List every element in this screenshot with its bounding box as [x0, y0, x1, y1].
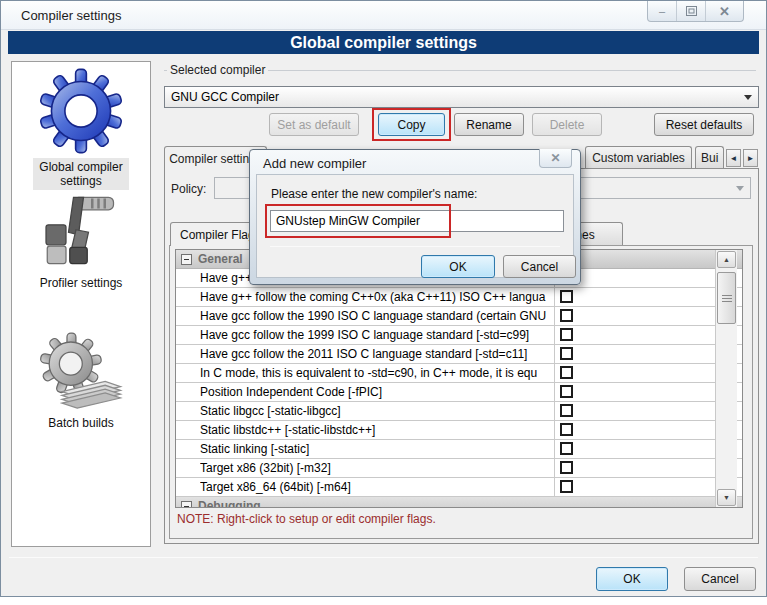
flag-label: Position Independent Code [-fPIC] — [200, 385, 724, 399]
sidebar-item-label: Profiler settings — [37, 274, 126, 292]
window-controls: – ✕ — [647, 1, 744, 22]
gray-gear-stack-icon — [39, 330, 123, 410]
flag-checkbox[interactable] — [560, 404, 573, 417]
column-divider — [554, 402, 555, 420]
column-divider — [554, 421, 555, 439]
scroll-up-icon[interactable]: ▲ — [717, 251, 736, 268]
flag-row[interactable]: Static libstdc++ [-static-libstdc++] — [176, 421, 742, 440]
set-as-default-button[interactable]: Set as default — [269, 113, 359, 136]
flag-checkbox[interactable] — [560, 347, 573, 360]
flag-checkbox[interactable] — [560, 423, 573, 436]
flag-row[interactable]: Have g++ follow the coming C++0x (aka C+… — [176, 288, 742, 307]
blue-gear-icon — [38, 68, 124, 154]
chevron-down-icon — [736, 186, 744, 191]
column-divider — [554, 459, 555, 477]
flags-scrollbar[interactable]: ▲ ▼ — [715, 250, 737, 507]
maximize-glyph — [686, 6, 697, 16]
flag-checkbox[interactable] — [560, 442, 573, 455]
selected-compiler-group-label: Selected compiler — [167, 63, 268, 77]
tab-custom-variables[interactable]: Custom variables — [585, 146, 692, 169]
column-divider — [554, 364, 555, 382]
copy-button-red-highlight — [372, 108, 451, 141]
cancel-button[interactable]: Cancel — [684, 567, 756, 591]
sidebar-item-profiler-settings[interactable]: Profiler settings — [12, 192, 150, 292]
flag-row[interactable]: Target x86 (32bit) [-m32] — [176, 459, 742, 478]
compiler-select-value: GNU GCC Compiler — [171, 90, 279, 104]
flag-label: Target x86 (32bit) [-m32] — [200, 461, 724, 475]
tab-build-truncated[interactable]: Bui — [695, 146, 724, 169]
dialog-body: Please enter the new compiler's name: OK… — [256, 174, 574, 278]
dialog-ok-button[interactable]: OK — [421, 255, 495, 278]
window-titlebar: Compiler settings – ✕ — [1, 1, 766, 30]
rename-button[interactable]: Rename — [454, 113, 524, 136]
flag-label: Static libstdc++ [-static-libstdc++] — [200, 423, 724, 437]
footer-divider — [9, 557, 758, 558]
compiler-flags-table: GeneralHave g++Have g++ follow the comin… — [175, 249, 743, 508]
flag-label: Static linking [-static] — [200, 442, 724, 456]
minimize-icon[interactable]: – — [648, 1, 677, 21]
page-title: Global compiler settings — [8, 31, 759, 54]
compiler-settings-window: Compiler settings – ✕ Global compiler se… — [0, 0, 767, 597]
collapse-icon[interactable] — [181, 501, 192, 508]
dialog-prompt: Please enter the new compiler's name: — [271, 187, 477, 201]
delete-button[interactable]: Delete — [532, 113, 602, 136]
column-divider — [554, 345, 555, 363]
flag-label: Have gcc follow the 1999 ISO C language … — [200, 328, 724, 342]
dialog-close-icon[interactable]: ✕ — [539, 149, 572, 168]
policy-label: Policy: — [171, 182, 206, 196]
flag-row[interactable]: In C mode, this is equivalent to -std=c9… — [176, 364, 742, 383]
flag-label: In C mode, this is equivalent to -std=c9… — [200, 366, 724, 380]
flag-row[interactable]: Static libgcc [-static-libgcc] — [176, 402, 742, 421]
close-icon[interactable]: ✕ — [706, 1, 743, 21]
sidebar-item-global-compiler-settings[interactable]: Global compiler settings — [12, 68, 150, 190]
flag-row[interactable]: Position Independent Code [-fPIC] — [176, 383, 742, 402]
flag-checkbox[interactable] — [560, 480, 573, 493]
column-divider — [554, 440, 555, 458]
flag-row[interactable]: Have gcc follow the 1999 ISO C language … — [176, 326, 742, 345]
tab-scroll-right-icon[interactable]: ► — [743, 149, 758, 167]
flag-checkbox[interactable] — [560, 290, 573, 303]
flag-label: Have gcc follow the 2011 ISO C language … — [200, 347, 724, 361]
flag-section-header[interactable]: Debugging — [176, 497, 742, 508]
flag-label: Have g++ follow the coming C++0x (aka C+… — [200, 290, 724, 304]
column-divider — [554, 288, 555, 306]
flag-checkbox[interactable] — [560, 461, 573, 474]
flag-row[interactable]: Static linking [-static] — [176, 440, 742, 459]
flag-section-label: General — [198, 252, 243, 266]
chevron-down-icon — [744, 95, 752, 100]
add-new-compiler-dialog: Add new compiler ✕ Please enter the new … — [249, 149, 581, 285]
note-text: NOTE: Right-click to setup or edit compi… — [177, 512, 436, 526]
sidebar-item-batch-builds[interactable]: Batch builds — [12, 330, 150, 432]
flag-checkbox[interactable] — [560, 385, 573, 398]
flag-row[interactable]: Target x86_64 (64bit) [-m64] — [176, 478, 742, 497]
flag-checkbox[interactable] — [560, 328, 573, 341]
flag-checkbox[interactable] — [560, 309, 573, 322]
flag-row[interactable]: Have gcc follow the 1990 ISO C language … — [176, 307, 742, 326]
sidebar-item-label: Batch builds — [45, 414, 116, 432]
maximize-icon[interactable] — [677, 1, 706, 21]
column-divider — [554, 478, 555, 496]
flag-label: Target x86_64 (64bit) [-m64] — [200, 480, 724, 494]
dialog-cancel-button[interactable]: Cancel — [503, 255, 576, 278]
flag-row[interactable]: Have gcc follow the 2011 ISO C language … — [176, 345, 742, 364]
tab-scroll-left-icon[interactable]: ◄ — [726, 149, 741, 167]
column-divider — [554, 307, 555, 325]
collapse-icon[interactable] — [181, 254, 192, 265]
flags-rows: GeneralHave g++Have g++ follow the comin… — [176, 250, 742, 508]
input-red-highlight — [265, 204, 451, 238]
flag-label: Have gcc follow the 1990 ISO C language … — [200, 309, 724, 323]
window-title: Compiler settings — [21, 8, 121, 23]
scrollbar-thumb[interactable] — [717, 272, 736, 324]
column-divider — [554, 326, 555, 344]
column-divider — [554, 383, 555, 401]
flag-section-label: Debugging — [198, 499, 261, 508]
caliper-icon — [41, 192, 121, 270]
dialog-title: Add new compiler — [263, 156, 366, 171]
flag-label: Static libgcc [-static-libgcc] — [200, 404, 724, 418]
scroll-down-icon[interactable]: ▼ — [717, 489, 736, 506]
flag-checkbox[interactable] — [560, 366, 573, 379]
reset-defaults-button[interactable]: Reset defaults — [654, 113, 754, 136]
ok-button[interactable]: OK — [596, 567, 668, 591]
sidebar-item-label: Global compiler settings — [33, 158, 129, 190]
compiler-select[interactable]: GNU GCC Compiler — [164, 86, 759, 108]
